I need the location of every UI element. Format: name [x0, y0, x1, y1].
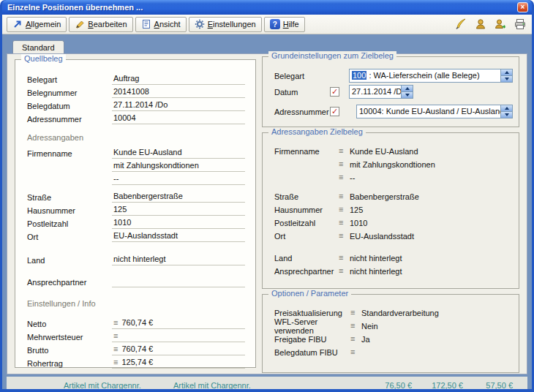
bearbeiten-button[interactable]: Bearbeiten — [69, 17, 132, 32]
user-switch-icon[interactable] — [493, 17, 508, 31]
mapping-icon: ≡ — [339, 219, 350, 227]
ziel-belegart-row: Belegart 100 : WA-Lieferschein (alle Bel… — [274, 69, 513, 83]
spinner-buttons[interactable] — [500, 69, 512, 82]
field-row-land: Land nicht hinterlegt — [27, 252, 245, 265]
adressnummer-checkbox[interactable]: ✓ — [330, 107, 339, 116]
field-row-belegdatum: Belegdatum 27.11.2014 /Do — [27, 98, 245, 111]
button-label: Allgemein — [26, 20, 61, 29]
section-label-einstellungen-info: Einstellungen / Info — [27, 299, 245, 312]
arrow-ne-icon — [12, 19, 23, 29]
gear-icon — [195, 19, 205, 29]
button-label: Bearbeiten — [88, 20, 127, 29]
field-row-belegart: Belegart Auftrag — [27, 72, 245, 85]
spinner-buttons[interactable] — [401, 86, 413, 98]
datum-dropdown[interactable]: 27.11.2014 /Do — [349, 85, 413, 99]
field-row: ≡ -- — [274, 171, 513, 184]
user-icon[interactable] — [473, 17, 488, 31]
document-icon — [141, 19, 151, 29]
mapping-icon: ≡ — [113, 332, 118, 340]
field-row-netto: Netto ≡760,74 € — [27, 316, 245, 329]
field-row: -- — [27, 172, 245, 185]
quellbeleg-groupbox: Quellbeleg Belegart Auftrag Belegnummer … — [15, 59, 256, 368]
groupbox-title-adressangaben-ziel: Adressangaben Zielbeleg — [268, 127, 366, 136]
datum-checkbox[interactable]: ✓ — [330, 87, 339, 97]
help-icon: ? — [270, 19, 280, 29]
field-row-hausnummer: Hausnummer 125 — [27, 203, 245, 216]
allgemein-button[interactable]: Allgemein — [7, 17, 67, 32]
button-label: Ansicht — [154, 20, 181, 29]
mapping-icon: ≡ — [350, 322, 361, 330]
tab-standard[interactable]: Standard — [12, 40, 64, 53]
titlebar[interactable]: Einzelne Positionen übernehmen ... × — [2, 0, 532, 15]
spin-down-icon[interactable] — [402, 91, 413, 98]
field-row-brutto: Brutto ≡760,74 € — [27, 342, 245, 355]
field-row-wfl-server: WFL-Server verwenden ≡ Nein — [274, 320, 513, 332]
grid-cell-text: Artikel mit Chargennr. — [173, 381, 251, 389]
field-row-rohertrag: Rohertrag ≡125,74 € — [27, 355, 245, 369]
mapping-icon: ≡ — [339, 192, 350, 200]
field-row-ort: Ort ≡ EU-Auslandsstadt — [274, 230, 513, 242]
spin-down-icon[interactable] — [501, 111, 512, 118]
mapping-icon: ≡ — [113, 358, 118, 366]
spin-up-icon[interactable] — [402, 86, 413, 91]
hilfe-button[interactable]: ? Hilfe — [264, 17, 305, 32]
tab-content: Quellbeleg Belegart Auftrag Belegnummer … — [7, 53, 527, 374]
button-label: Einstellungen — [208, 20, 256, 29]
belegart-dropdown[interactable]: 100 : WA-Lieferschein (alle Belege) — [349, 69, 513, 83]
grid-cell-amount: 172,50 € — [432, 381, 463, 389]
field-row-mehrwertsteuer: Mehrwertsteuer ≡ — [27, 329, 245, 342]
ansicht-button[interactable]: Ansicht — [135, 17, 187, 32]
mapping-icon: ≡ — [350, 348, 361, 356]
field-row-firmenname: Firmenname Kunde EU-Ausland — [27, 146, 245, 159]
adressangaben-ziel-groupbox: Adressangaben Zielbeleg Firmenname ≡ Kun… — [262, 132, 519, 289]
check-icon: ✓ — [331, 108, 338, 116]
close-icon: × — [521, 3, 525, 11]
spin-down-icon[interactable] — [501, 75, 512, 82]
field-row: mit Zahlungskondtionen — [27, 159, 245, 172]
einstellungen-button[interactable]: Einstellungen — [189, 17, 262, 32]
field-value: Auftrag — [112, 74, 245, 85]
quill-icon[interactable] — [454, 17, 468, 31]
field-row-firmenname: Firmenname ≡ Kunde EU-Ausland — [274, 145, 513, 157]
grid-cell-amount: 57,50 € — [486, 381, 513, 389]
spin-up-icon[interactable] — [501, 69, 512, 75]
ziel-adressnummer-row: Adressnummer ✓ 10004: Kunde EU-Ausland /… — [274, 105, 513, 118]
field-label: Belegart — [27, 75, 112, 85]
field-row-belegnummer: Belegnummer 20141008 — [27, 85, 245, 98]
ziel-datum-row: Datum ✓ 27.11.2014 /Do — [274, 85, 513, 99]
spin-up-icon[interactable] — [501, 105, 512, 111]
field-row-adressnummer: Adressnummer 10004 — [27, 111, 245, 124]
section-label-adressangaben: Adressangaben — [27, 133, 245, 146]
mapping-icon: ≡ — [113, 319, 118, 327]
field-row-postleitzahl: Postleitzahl ≡ 1010 — [274, 216, 513, 229]
groupbox-title-optionen: Optionen / Parameter — [268, 289, 351, 298]
mapping-icon: ≡ — [339, 267, 350, 275]
mapping-icon: ≡ — [339, 173, 350, 181]
field-row: ≡ mit Zahlungskondtionen — [274, 158, 513, 170]
dialog-window: Einzelne Positionen übernehmen ... × All… — [0, 0, 534, 392]
adressnummer-dropdown[interactable]: 10004: Kunde EU-Ausland / EU-Auslandssta… — [356, 105, 513, 118]
spinner-buttons[interactable] — [500, 105, 512, 118]
tab-page-area: Standard Quellbeleg Belegart Auftrag Bel… — [2, 34, 532, 389]
field-row-postleitzahl: Postleitzahl 1010 — [27, 216, 245, 229]
field-row-ansprechpartner: Ansprechpartner — [27, 274, 245, 287]
field-row-strasse: Straße Babenbergerstraße — [27, 189, 245, 203]
groupbox-title-zielbeleg: Grundeinstellungen zum Zielbeleg — [268, 51, 396, 60]
mapping-icon: ≡ — [339, 206, 350, 214]
field-row-land: Land ≡ nicht hinterlegt — [274, 252, 513, 264]
groupbox-title-quellbeleg: Quellbeleg — [21, 54, 66, 63]
mapping-icon: ≡ — [113, 345, 118, 353]
field-row-hausnummer: Hausnummer ≡ 125 — [274, 203, 513, 216]
field-row-freigabe-fibu: Freigabe FIBU ≡ Ja — [274, 333, 513, 345]
button-label: Hilfe — [283, 20, 299, 29]
clipped-grid-row: Artikel mit Chargennr. Artikel mit Charg… — [7, 377, 527, 389]
printer-icon[interactable] — [513, 17, 527, 31]
field-row-ort: Ort EU-Auslandsstadt — [27, 229, 245, 242]
field-row-ansprechpartner: Ansprechpartner ≡ nicht hinterlegt — [274, 265, 513, 277]
selected-text: 100 — [352, 71, 366, 80]
close-button[interactable]: × — [517, 2, 528, 12]
optionen-groupbox: Optionen / Parameter Preisaktualisierung… — [262, 294, 519, 373]
zielbeleg-groupbox: Grundeinstellungen zum Zielbeleg Belegar… — [262, 56, 519, 127]
field-row-strasse: Straße ≡ Babenbergerstraße — [274, 190, 513, 203]
toolbar: Allgemein Bearbeiten Ansicht Einstellung… — [2, 15, 532, 34]
